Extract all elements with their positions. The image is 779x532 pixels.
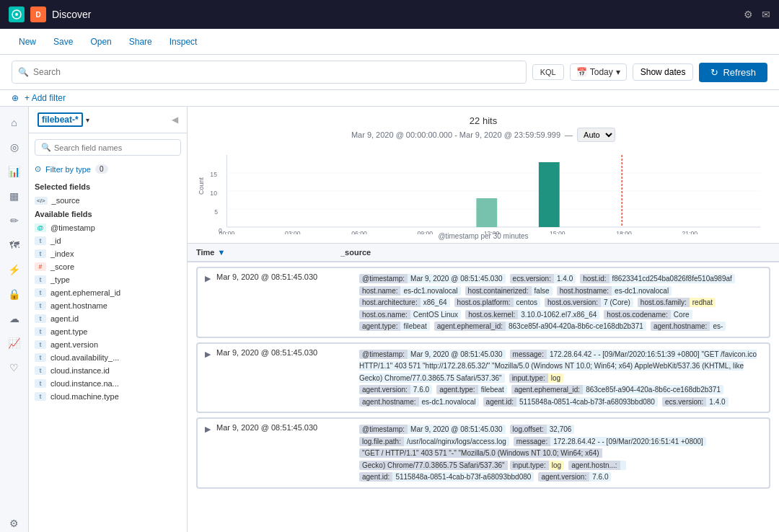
field-item-id[interactable]: t _id — [29, 234, 187, 247]
sort-icon: ▼ — [217, 248, 225, 257]
svg-rect-21 — [539, 162, 560, 227]
field-item-agent-version[interactable]: t agent.version — [29, 338, 187, 351]
search-input-wrap[interactable]: 🔍 — [12, 61, 527, 84]
expand-button[interactable]: ▶ — [205, 350, 211, 359]
expand-button[interactable]: ▶ — [205, 425, 211, 434]
maps-icon[interactable]: 🗺 — [4, 235, 25, 255]
settings-icon[interactable]: ⚙ — [744, 9, 753, 20]
filter-count-badge: 0 — [95, 164, 108, 174]
field-name: agent.type — [50, 327, 87, 336]
nav-save[interactable]: Save — [46, 32, 80, 51]
svg-text:10: 10 — [210, 190, 217, 197]
chevron-down-icon: ▾ — [616, 67, 620, 77]
elastic-logo[interactable] — [9, 6, 25, 22]
home-icon[interactable]: ⌂ — [4, 112, 25, 133]
field-item-agent-id[interactable]: t agent.id — [29, 312, 187, 325]
svg-text:5: 5 — [214, 208, 218, 216]
add-filter-button[interactable]: + Add filter — [25, 93, 66, 103]
kql-button[interactable]: KQL — [532, 64, 564, 80]
field-name: agent.hostname — [50, 301, 107, 310]
result-row[interactable]: ▶ Mar 9, 2020 @ 08:51:45.030 @timestamp:… — [196, 267, 770, 338]
row-time: Mar 9, 2020 @ 08:51:45.030 — [216, 423, 353, 432]
search-icon: 🔍 — [41, 143, 51, 152]
chevron-down-icon: ▾ — [86, 116, 89, 124]
canvas-icon[interactable]: ✏ — [4, 210, 25, 231]
field-type-icon: t — [35, 275, 46, 284]
chart-subtitle: Mar 9, 2020 @ 00:00:00.000 - Mar 9, 2020… — [199, 128, 767, 142]
filter-icon: ⊕ — [12, 93, 19, 103]
row-source: @timestamp:Mar 9, 2020 @ 08:51:45.030 me… — [359, 348, 762, 408]
settings-nav-icon[interactable]: ⚙ — [4, 513, 25, 532]
nav-open[interactable]: Open — [83, 32, 118, 51]
search-bar: 🔍 KQL 📅 Today ▾ Show dates ↻ Refresh — [0, 55, 779, 90]
field-type-icon: @ — [35, 223, 46, 232]
selected-field-source[interactable]: </> _source — [29, 194, 187, 207]
result-row-header: ▶ Mar 9, 2020 @ 08:51:45.030 @timestamp:… — [198, 344, 769, 412]
infra-icon[interactable]: ☁ — [4, 309, 25, 329]
field-item-cloud-az[interactable]: t cloud.availability_... — [29, 351, 187, 364]
row-source: @timestamp:Mar 9, 2020 @ 08:51:45.030 ec… — [359, 272, 762, 332]
expand-button[interactable]: ▶ — [205, 274, 211, 283]
field-item-agent-type[interactable]: t agent.type — [29, 325, 187, 338]
search-icon: 🔍 — [18, 67, 29, 77]
result-row[interactable]: ▶ Mar 9, 2020 @ 08:51:45.030 @timestamp:… — [196, 417, 770, 489]
field-type-icon: t — [35, 249, 46, 258]
main-layout: ⌂ ◎ 📊 ▦ ✏ 🗺 ⚡ 🔒 ☁ 📈 ♡ ⚙ filebeat-* ▾ ◀ 🔍 — [0, 107, 779, 532]
filter-type-icon: ⊙ — [35, 164, 41, 174]
field-name: cloud.instance.na... — [50, 379, 119, 388]
filter-bar: ⊕ + Add filter — [0, 90, 779, 107]
dashboard-icon[interactable]: ▦ — [4, 186, 25, 206]
nav-new[interactable]: New — [12, 32, 43, 51]
source-column-header: _source — [340, 248, 770, 257]
index-selector[interactable]: filebeat-* ▾ ◀ — [29, 107, 187, 133]
collapse-button[interactable]: ◀ — [172, 115, 178, 125]
row-source: @timestamp:Mar 9, 2020 @ 08:51:45.030 lo… — [359, 423, 762, 483]
nav-inspect[interactable]: Inspect — [162, 32, 205, 51]
field-name: agent.id — [50, 314, 79, 323]
field-search-input[interactable] — [54, 143, 175, 152]
result-row[interactable]: ▶ Mar 9, 2020 @ 08:51:45.030 @timestamp:… — [196, 342, 770, 414]
date-range-label: Mar 9, 2020 @ 00:00:00.000 - Mar 9, 2020… — [351, 130, 560, 139]
field-item-ephemeral-id[interactable]: t agent.ephemeral_id — [29, 286, 187, 299]
show-dates-button[interactable]: Show dates — [633, 63, 694, 81]
selected-fields-section: Selected fields — [29, 179, 187, 194]
refresh-button[interactable]: ↻ Refresh — [699, 63, 767, 82]
date-picker[interactable]: 📅 Today ▾ — [570, 63, 627, 81]
auto-interval-select[interactable]: Auto — [577, 128, 615, 142]
discover-icon active[interactable]: ◎ — [4, 137, 25, 157]
svg-text:Count: Count — [199, 177, 205, 195]
apm-icon[interactable]: 📈 — [4, 333, 25, 353]
field-name: cloud.machine.type — [50, 392, 119, 401]
nav-share[interactable]: Share — [122, 32, 159, 51]
field-item-index[interactable]: t _index — [29, 247, 187, 260]
index-pattern-label: filebeat-* — [38, 112, 83, 127]
visualize-icon[interactable]: 📊 — [4, 161, 25, 182]
result-row-header: ▶ Mar 9, 2020 @ 08:51:45.030 @timestamp:… — [198, 419, 769, 487]
field-item-cloud-instance-na[interactable]: t cloud.instance.na... — [29, 377, 187, 390]
field-type-icon: t — [35, 327, 46, 336]
field-item-type[interactable]: t _type — [29, 273, 187, 286]
time-column-header[interactable]: Time ▼ — [196, 248, 340, 257]
siem-icon[interactable]: 🔒 — [4, 284, 25, 304]
ml-icon[interactable]: ⚡ — [4, 260, 25, 280]
field-type-icon: t — [35, 392, 46, 401]
svg-text:21:00: 21:00 — [682, 230, 698, 234]
field-search-wrap[interactable]: 🔍 — [35, 139, 181, 156]
field-name: _type — [50, 275, 70, 284]
search-input[interactable] — [33, 67, 520, 77]
field-item-cloud-instance-id[interactable]: t cloud.instance.id — [29, 364, 187, 377]
field-item-hostname[interactable]: t agent.hostname — [29, 299, 187, 312]
mail-icon[interactable]: ✉ — [762, 9, 770, 20]
field-item-timestamp[interactable]: @ @timestamp — [29, 221, 187, 234]
uptime-icon[interactable]: ♡ — [4, 358, 25, 378]
field-item-score[interactable]: # _score — [29, 260, 187, 273]
field-search-area: 🔍 — [29, 133, 187, 161]
field-item-cloud-machine-type[interactable]: t cloud.machine.type — [29, 390, 187, 403]
filter-by-type[interactable]: ⊙ Filter by type 0 — [29, 161, 187, 179]
row-time: Mar 9, 2020 @ 08:51:45.030 — [216, 348, 353, 357]
field-name: cloud.instance.id — [50, 366, 110, 375]
field-type-icon: t — [35, 236, 46, 245]
svg-text:03:00: 03:00 — [285, 230, 301, 234]
field-name: _source — [52, 196, 80, 205]
hits-count: 22 hits — [199, 115, 767, 126]
